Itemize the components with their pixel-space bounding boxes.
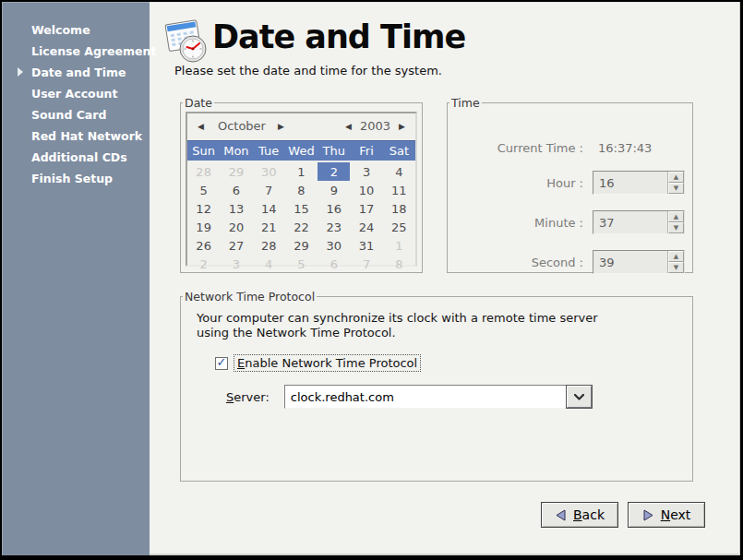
minute-spinner[interactable]: ▲ ▼ — [593, 210, 685, 234]
calendar-day[interactable]: 1 — [285, 162, 318, 181]
chevron-down-icon — [574, 394, 584, 400]
second-spinner[interactable]: ▲ ▼ — [593, 250, 685, 274]
calendar-day[interactable]: 4 — [383, 162, 415, 181]
calendar-day[interactable]: 19 — [187, 218, 220, 236]
main-content: Date and Time Please set the date and ti… — [150, 2, 740, 555]
sidebar-step-label: Additional CDs — [31, 150, 127, 164]
sidebar-step-label: Welcome — [31, 23, 90, 37]
calendar-day[interactable]: 9 — [318, 181, 350, 199]
calendar-day[interactable]: 23 — [318, 218, 350, 236]
sidebar-step-label: User Account — [31, 87, 117, 101]
hour-up-icon[interactable]: ▲ — [668, 172, 684, 183]
calendar-day[interactable]: 29 — [285, 236, 318, 255]
next-button[interactable]: Next — [628, 502, 705, 528]
calendar-day[interactable]: 6 — [220, 181, 252, 199]
second-label: Second : — [448, 256, 583, 269]
minute-up-icon[interactable]: ▲ — [668, 211, 684, 222]
ntp-enable-label[interactable]: Enable Network Time Protocol — [234, 355, 420, 371]
calendar-day[interactable]: 7 — [253, 181, 285, 199]
day-header: Wed — [285, 141, 318, 161]
sidebar-step-label: Finish Setup — [31, 172, 113, 185]
calendar-day[interactable]: 24 — [350, 218, 382, 236]
sidebar-step-finish-setup: Finish Setup — [2, 168, 150, 189]
prev-month-arrow-icon[interactable]: ◀ — [195, 122, 207, 131]
minute-down-icon[interactable]: ▼ — [668, 222, 684, 233]
ntp-enable-checkbox[interactable]: ✓ — [215, 357, 228, 370]
calendar-day[interactable]: 28 — [187, 162, 220, 181]
second-down-icon[interactable]: ▼ — [668, 262, 684, 273]
minute-input[interactable] — [593, 211, 667, 233]
calendar: ◀ October ▶ ◀ 2003 ▶ SunMonTueWedThuFriS… — [186, 112, 417, 267]
calendar-day[interactable]: 20 — [220, 218, 252, 236]
calendar-day[interactable]: 8 — [285, 181, 318, 199]
calendar-day[interactable]: 8 — [383, 255, 415, 273]
hour-down-icon[interactable]: ▼ — [668, 183, 684, 194]
next-month-arrow-icon[interactable]: ▶ — [275, 122, 287, 131]
current-step-arrow-icon — [18, 67, 23, 77]
calendar-day[interactable]: 10 — [350, 181, 382, 199]
calendar-day[interactable]: 18 — [383, 199, 415, 218]
sidebar-step-additional-cds: Additional CDs — [2, 147, 150, 168]
calendar-day[interactable]: 21 — [253, 218, 285, 236]
next-button-label: Next — [661, 507, 691, 522]
calendar-day[interactable]: 22 — [285, 218, 318, 236]
server-dropdown-button[interactable] — [567, 386, 592, 408]
calendar-day[interactable]: 5 — [285, 255, 318, 273]
hour-spinner[interactable]: ▲ ▼ — [593, 171, 685, 195]
calendar-day[interactable]: 17 — [350, 199, 382, 218]
back-button[interactable]: Back — [541, 502, 618, 528]
calendar-grid: 2829301234567891011121314151617181920212… — [187, 162, 415, 273]
ntp-description: Your computer can synchronize its clock … — [197, 311, 598, 340]
sidebar-step-welcome: Welcome — [2, 19, 150, 41]
sidebar-step-label: Date and Time — [31, 66, 126, 79]
current-time-value: 16:37:43 — [598, 141, 652, 155]
second-up-icon[interactable]: ▲ — [668, 251, 684, 262]
wizard-steps-sidebar: WelcomeLicense AgreementDate and TimeUse… — [2, 2, 150, 555]
page-subtitle: Please set the date and time for the sys… — [174, 64, 442, 77]
calendar-day[interactable]: 12 — [187, 199, 220, 218]
calendar-day[interactable]: 26 — [187, 236, 220, 255]
calendar-day[interactable]: 6 — [318, 255, 350, 273]
calendar-day[interactable]: 4 — [253, 255, 285, 273]
calendar-day[interactable]: 13 — [220, 199, 252, 218]
calendar-day-selected[interactable]: 2 — [318, 162, 350, 181]
minute-label: Minute : — [448, 216, 583, 230]
day-header: Fri — [350, 141, 382, 161]
second-input[interactable] — [593, 251, 667, 273]
sidebar-step-license-agreement: License Agreement — [2, 41, 150, 62]
hour-input[interactable] — [593, 172, 667, 194]
calendar-day[interactable]: 14 — [253, 199, 285, 218]
calendar-day[interactable]: 11 — [383, 181, 415, 199]
calendar-day[interactable]: 3 — [220, 255, 252, 273]
checkmark-icon: ✓ — [217, 356, 227, 368]
calendar-day[interactable]: 2 — [187, 255, 220, 273]
next-year-arrow-icon[interactable]: ▶ — [396, 122, 408, 131]
prev-year-arrow-icon[interactable]: ◀ — [342, 122, 354, 131]
calendar-month-label: October — [218, 119, 266, 133]
page-title: Date and Time — [212, 18, 465, 55]
calendar-day[interactable]: 25 — [383, 218, 415, 236]
calendar-day[interactable]: 28 — [253, 236, 285, 255]
sidebar-step-sound-card: Sound Card — [2, 104, 150, 125]
server-input[interactable] — [285, 386, 567, 408]
calendar-day[interactable]: 27 — [220, 236, 252, 255]
calendar-day[interactable]: 31 — [350, 236, 382, 255]
sidebar-step-label: Red Hat Network — [31, 129, 142, 143]
server-combobox[interactable] — [284, 385, 593, 409]
calendar-day[interactable]: 7 — [350, 255, 382, 273]
calendar-day[interactable]: 30 — [318, 236, 350, 255]
calendar-day[interactable]: 30 — [253, 162, 285, 181]
calendar-day[interactable]: 15 — [285, 199, 318, 218]
calendar-day[interactable]: 29 — [220, 162, 252, 181]
calendar-day[interactable]: 1 — [383, 236, 415, 255]
hour-label: Hour : — [448, 176, 583, 190]
server-label: Server: — [226, 390, 270, 404]
calendar-day[interactable]: 16 — [318, 199, 350, 218]
calendar-day-headers: SunMonTueWedThuFriSat — [187, 140, 415, 161]
calendar-day[interactable]: 5 — [187, 181, 220, 199]
next-arrow-icon — [642, 509, 654, 521]
calendar-day[interactable]: 3 — [350, 162, 382, 181]
calendar-month-bar: ◀ October ▶ ◀ 2003 ▶ — [187, 113, 415, 138]
back-button-label: Back — [573, 507, 605, 522]
time-fieldset: Time Current Time : 16:37:43 Hour : ▲ ▼ … — [447, 96, 693, 273]
